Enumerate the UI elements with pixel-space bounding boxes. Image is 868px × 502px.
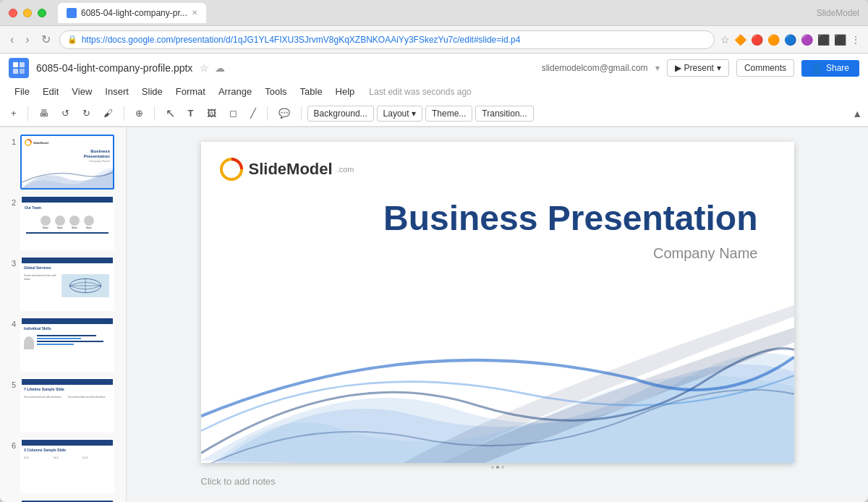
nav-icons: ☆ 🔶 🔴 🟠 🔵 🟣 ⬛ ⬛ ⋮ (720, 34, 861, 46)
menu-slide[interactable]: Slide (136, 84, 169, 99)
svg-rect-0 (13, 62, 18, 67)
browser-brand: SlideModel (817, 8, 859, 18)
slide-thumb-4[interactable]: 4 Individual Skills (4, 315, 122, 373)
url-text: https://docs.google.com/presentation/d/1… (82, 35, 707, 45)
close-button[interactable] (9, 9, 17, 17)
slide-thumb-5[interactable]: 5 7 Lifetime Sample Slide Text content b… (4, 376, 122, 434)
svg-rect-3 (20, 69, 25, 74)
menu-help[interactable]: Help (330, 84, 361, 99)
extension5-icon[interactable]: 🟣 (801, 34, 813, 46)
slide-main: SlideModel.com Business Presentation Com… (201, 142, 794, 463)
background-button[interactable]: Background... (307, 106, 374, 122)
app-title-icons: ☆ ☁ (200, 62, 225, 74)
text-tool[interactable]: T (183, 105, 199, 122)
slide-img-2: Our Team Name Name Name Name (20, 195, 114, 250)
cloud-icon[interactable]: ☁ (215, 62, 225, 74)
theme-button[interactable]: Theme... (425, 106, 472, 122)
menu-view[interactable]: View (66, 84, 98, 99)
slide-num-1: 1 (6, 137, 16, 146)
slide-logo-com: .com (337, 165, 354, 174)
paint-format-button[interactable]: 🖌 (98, 105, 118, 122)
slide-logo-text: SlideModel (249, 160, 333, 179)
collapse-toolbar-button[interactable]: ▲ (852, 108, 862, 119)
slide-img-3: Global Services Service information text… (20, 256, 114, 311)
refresh-button[interactable]: ↻ (38, 31, 54, 48)
slide-thumb-2[interactable]: 2 Our Team Name Name Name Name (4, 194, 122, 252)
extension3-icon[interactable]: 🟠 (767, 34, 780, 46)
transition-button[interactable]: Transition... (475, 106, 533, 122)
share-button[interactable]: 👤 Share (801, 60, 859, 77)
menu-arrange[interactable]: Arrange (213, 84, 258, 99)
print-button[interactable]: 🖶 (34, 105, 54, 122)
menu-bar: File Edit View Insert Slide Format Arran… (0, 82, 868, 101)
tab-favicon (67, 8, 77, 18)
menu-insert[interactable]: Insert (99, 84, 135, 99)
app-titlebar: 6085-04-light-company-profile.pptx ☆ ☁ s… (0, 54, 868, 82)
menu-table[interactable]: Table (294, 84, 328, 99)
image-tool[interactable]: 🖼 (202, 105, 221, 122)
menu-tools[interactable]: Tools (259, 84, 292, 99)
bookmark-icon[interactable]: ☆ (720, 34, 730, 46)
notes-placeholder[interactable]: Click to add notes (201, 470, 276, 493)
extension4-icon[interactable]: 🔵 (784, 34, 796, 46)
select-tool[interactable]: ↖ (161, 103, 180, 123)
svg-rect-1 (20, 62, 25, 67)
minimize-button[interactable] (23, 9, 32, 17)
user-email: slidemodelcom@gmail.com (542, 63, 648, 73)
slide-thumb-6[interactable]: 6 3 Columns Sample Slide Col 1 Col 2 Col… (4, 437, 122, 495)
slide-num-5: 5 (6, 380, 16, 389)
layout-button[interactable]: Layout ▾ (377, 106, 422, 122)
maximize-button[interactable] (38, 9, 46, 17)
back-button[interactable]: ‹ (7, 32, 17, 48)
settings-icon[interactable]: ⋮ (851, 34, 861, 46)
app-header: 6085-04-light-company-profile.pptx ☆ ☁ s… (0, 54, 868, 127)
comments-button[interactable]: Comments (736, 59, 794, 77)
user-dropdown-icon[interactable]: ▾ (655, 63, 660, 73)
slide-nav-dots (491, 466, 504, 469)
slide-img-6: 3 Columns Sample Slide Col 1 Col 2 Col 3 (20, 438, 114, 493)
menu-format[interactable]: Format (170, 84, 211, 99)
slide-thumb-1[interactable]: 1 SlideModel Business Presentation (4, 133, 122, 191)
zoom-level-button[interactable]: ⊕ (130, 105, 148, 122)
extension2-icon[interactable]: 🔴 (751, 34, 763, 46)
toolbar-sep-4 (267, 106, 268, 121)
menu-edit[interactable]: Edit (37, 84, 64, 99)
zoom-menu-button[interactable]: + (6, 105, 22, 122)
slide-thumb-7[interactable]: 7 Work Process Sample (4, 498, 122, 502)
toolbar-right: ▲ (852, 107, 862, 120)
redo-button[interactable]: ↻ (77, 105, 95, 122)
extension1-icon[interactable]: 🔶 (734, 34, 746, 46)
slide-title: Business Presentation (383, 200, 758, 238)
menu-file[interactable]: File (9, 84, 35, 99)
last-edit-status: Last edit was seconds ago (369, 87, 471, 97)
present-button[interactable]: ▶ Present ▾ (667, 59, 729, 77)
tab-close-button[interactable]: ✕ (192, 9, 197, 17)
toolbar-sep-5 (301, 106, 302, 121)
slide-img-7: Work Process Sample (20, 499, 114, 502)
address-bar[interactable]: 🔒 https://docs.google.com/presentation/d… (59, 30, 715, 49)
browser-titlebar: 6085-04-light-company-pr... ✕ SlideModel (0, 0, 868, 26)
svg-rect-2 (13, 69, 18, 74)
slide-thumb-3[interactable]: 3 Global Services Service information te… (4, 255, 122, 312)
app-content: 6085-04-light-company-profile.pptx ☆ ☁ s… (0, 54, 868, 502)
present-dropdown-icon[interactable]: ▾ (717, 63, 721, 73)
browser-tab[interactable]: 6085-04-light-company-pr... ✕ (58, 3, 206, 23)
slide-subtitle: Company Name (383, 245, 758, 262)
line-tool[interactable]: ╱ (245, 105, 261, 122)
comment-tool[interactable]: 💬 (273, 105, 295, 122)
forward-button[interactable]: › (22, 32, 32, 48)
slide-img-5: 7 Lifetime Sample Slide Text content blo… (20, 378, 114, 433)
lock-icon: 🔒 (67, 35, 77, 44)
undo-button[interactable]: ↺ (56, 105, 75, 122)
shape-tool[interactable]: ◻ (224, 105, 242, 122)
browser-window: 6085-04-light-company-pr... ✕ SlideModel… (0, 0, 868, 502)
extension6-icon[interactable]: ⬛ (817, 34, 830, 46)
present-play-icon: ▶ (675, 63, 681, 73)
slide-num-4: 4 (6, 320, 16, 328)
extension7-icon[interactable]: ⬛ (834, 34, 846, 46)
slide-canvas-area[interactable]: SlideModel.com Business Presentation Com… (127, 127, 868, 502)
app-header-right: slidemodelcom@gmail.com ▾ ▶ Present ▾ Co… (542, 59, 859, 77)
slide-img-4: Individual Skills (20, 317, 114, 372)
app-filename: 6085-04-light-company-profile.pptx (36, 62, 192, 74)
star-icon[interactable]: ☆ (200, 62, 209, 74)
